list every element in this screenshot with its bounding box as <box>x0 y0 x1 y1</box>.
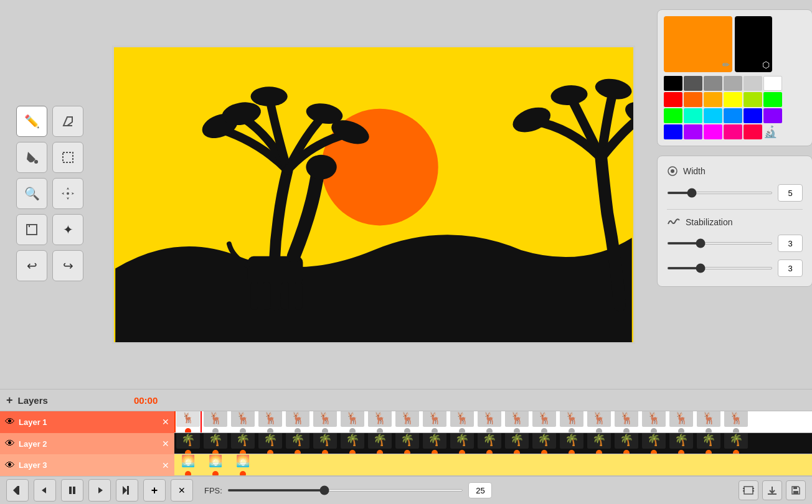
frame-1-4[interactable]: 🦌 <box>257 411 284 432</box>
frame-2-11[interactable]: 🌴 <box>448 433 476 454</box>
select-tool[interactable] <box>52 142 83 173</box>
swatch-rose[interactable] <box>744 124 762 139</box>
frame-1-15[interactable]: 🦌 <box>558 411 585 432</box>
frame-2-4[interactable]: 🌴 <box>257 433 284 454</box>
layer-3-close[interactable]: ✕ <box>162 460 169 470</box>
swatch-indigo[interactable] <box>664 124 682 139</box>
swatch-silver[interactable] <box>744 76 762 91</box>
swatch-green[interactable] <box>664 108 682 123</box>
swatch-magenta[interactable] <box>704 124 722 139</box>
frame-2-7[interactable]: 🌴 <box>339 433 366 454</box>
layer-row-1[interactable]: 👁 Layer 1 ✕ <box>0 411 174 433</box>
frame-1-17[interactable]: 🦌 <box>613 411 640 432</box>
frame-2-8[interactable]: 🌴 <box>366 433 394 454</box>
swatch-white[interactable] <box>763 76 782 91</box>
frame-1-13[interactable]: 🦌 <box>503 411 531 432</box>
layer-row-3[interactable]: 👁 Layer 3 ✕ <box>0 454 174 476</box>
frame-2-17[interactable]: 🌴 <box>613 433 640 454</box>
frame-2-18[interactable]: 🌴 <box>640 433 668 454</box>
frame-2-19[interactable]: 🌴 <box>668 433 695 454</box>
primary-color-swatch[interactable]: ✏ <box>664 16 732 72</box>
swatch-gray[interactable] <box>704 76 722 91</box>
frame-1-3[interactable]: 🦌 <box>229 411 257 432</box>
pencil-tool[interactable]: ✏️ <box>16 106 47 137</box>
canvas[interactable] <box>112 45 635 344</box>
swatch-orange[interactable] <box>684 92 702 107</box>
secondary-color-swatch[interactable]: ⬡ <box>735 16 772 72</box>
frame-1-7[interactable]: 🦌 <box>339 411 366 432</box>
swatch-red[interactable] <box>664 92 682 107</box>
frame-2-3[interactable]: 🌴 <box>229 433 257 454</box>
swatch-sky[interactable] <box>724 108 742 123</box>
frame-1-19[interactable]: 🦌 <box>668 411 695 432</box>
swatch-yellow[interactable] <box>724 92 742 107</box>
layer-1-visibility[interactable]: 👁 <box>5 416 15 427</box>
width-slider[interactable] <box>667 192 773 194</box>
stabilization-slider-2[interactable] <box>667 267 773 269</box>
delete-frame-button[interactable]: ✕ <box>171 479 193 502</box>
stabilization-slider-1[interactable] <box>667 242 773 245</box>
swatch-pink[interactable] <box>724 124 742 139</box>
track-row-2[interactable]: 🌴 🌴 🌴 🌴 🌴 🌴 🌴 🌴 🌴 🌴 🌴 🌴 🌴 🌴 🌴 🌴 <box>174 433 812 455</box>
frame-2-21[interactable]: 🌴 <box>722 433 750 454</box>
track-row-1[interactable]: 🦌 🦌 🦌 🦌 🦌 🦌 🦌 🦌 🦌 🦌 🦌 🦌 🦌 <box>174 411 812 433</box>
frame-1-21[interactable]: 🦌 <box>722 411 750 432</box>
move-tool[interactable] <box>52 178 83 209</box>
next-frame-button[interactable] <box>88 479 111 502</box>
swatch-lime[interactable] <box>763 92 782 107</box>
layer-row-2[interactable]: 👁 Layer 2 ✕ <box>0 433 174 455</box>
fill-tool[interactable] <box>16 142 47 173</box>
swatch-blue[interactable] <box>744 108 762 123</box>
fast-forward-button[interactable] <box>116 479 138 502</box>
save-button[interactable] <box>786 480 806 500</box>
frame-1-9[interactable]: 🦌 <box>394 411 421 432</box>
eraser-tool[interactable] <box>52 106 83 137</box>
add-frame-button[interactable]: + <box>143 479 166 502</box>
frame-2-9[interactable]: 🌴 <box>394 433 421 454</box>
frame-2-10[interactable]: 🌴 <box>421 433 448 454</box>
frame-2-20[interactable]: 🌴 <box>695 433 722 454</box>
frame-2-14[interactable]: 🌴 <box>531 433 558 454</box>
export-button[interactable] <box>762 480 782 500</box>
frame-3-2[interactable]: 🌅 <box>202 454 229 475</box>
frame-3-1[interactable]: 🌅 <box>174 454 202 475</box>
frame-1-2[interactable]: 🦌 <box>202 411 229 432</box>
add-layer-button[interactable]: + <box>6 394 13 407</box>
swatch-dark-gray[interactable] <box>684 76 702 91</box>
frame-1-5[interactable]: 🦌 <box>284 411 311 432</box>
swatch-black[interactable] <box>664 76 682 91</box>
film-strip-button[interactable] <box>739 480 758 500</box>
layer-1-close[interactable]: ✕ <box>162 417 169 427</box>
frame-1-18[interactable]: 🦌 <box>640 411 668 432</box>
layer-3-visibility[interactable]: 👁 <box>5 460 15 471</box>
frame-1-11[interactable]: 🦌 <box>448 411 476 432</box>
frame-2-16[interactable]: 🌴 <box>585 433 613 454</box>
frame-2-5[interactable]: 🌴 <box>284 433 311 454</box>
frame-1-10[interactable]: 🦌 <box>421 411 448 432</box>
swatch-light-gray[interactable] <box>724 76 742 91</box>
swatch-amber[interactable] <box>704 92 722 107</box>
swatch-yellow-green[interactable] <box>744 92 762 107</box>
frame-2-12[interactable]: 🌴 <box>476 433 503 454</box>
layer-2-visibility[interactable]: 👁 <box>5 438 15 449</box>
swatch-violet[interactable] <box>763 108 782 123</box>
swatch-cyan[interactable] <box>704 108 722 123</box>
frame-1-14[interactable]: 🦌 <box>531 411 558 432</box>
zoom-tool[interactable]: 🔍 <box>16 178 47 209</box>
prev-frame-button[interactable] <box>34 479 56 502</box>
layer-2-close[interactable]: ✕ <box>162 439 169 449</box>
frame-2-13[interactable]: 🌴 <box>503 433 531 454</box>
fullscreen-tool[interactable] <box>16 214 47 245</box>
frame-1-16[interactable]: 🦌 <box>585 411 613 432</box>
fps-slider[interactable] <box>227 489 464 492</box>
swatch-teal[interactable] <box>684 108 702 123</box>
frame-1-1[interactable]: 🦌 <box>174 411 202 432</box>
frame-2-1[interactable]: 🌴 <box>174 433 202 454</box>
frame-1-20[interactable]: 🦌 <box>695 411 722 432</box>
frame-1-12[interactable]: 🦌 <box>476 411 503 432</box>
frame-2-6[interactable]: 🌴 <box>311 433 339 454</box>
frame-1-8[interactable]: 🦌 <box>366 411 394 432</box>
frame-2-2[interactable]: 🌴 <box>202 433 229 454</box>
eyedropper-button[interactable]: 🔬 <box>763 125 777 139</box>
rewind-button[interactable] <box>6 479 29 502</box>
